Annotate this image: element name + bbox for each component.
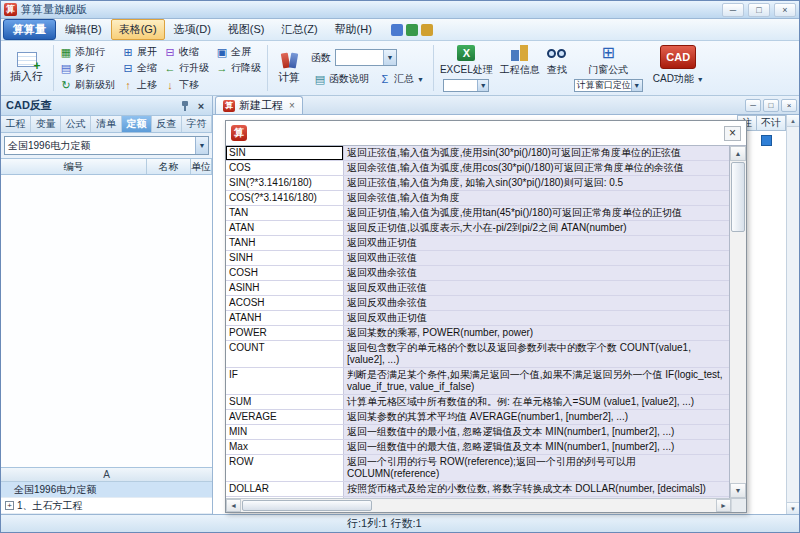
function-row[interactable]: SUM 计算单元格区域中所有数值的和。例: 在单元格输入=SUM (value1…: [226, 395, 729, 410]
function-row[interactable]: SIN 返回正弦值,输入值为弧度,使用sin(30*pi()/180)可返回正常…: [226, 146, 729, 161]
function-name-cell[interactable]: SUM: [226, 395, 344, 409]
function-desc-cell[interactable]: 判断是否满足某个条件,如果满足返回一个值,如果不满足返回另外一个值 IF(log…: [344, 368, 729, 394]
fullscreen-button[interactable]: ▣全屏: [214, 44, 263, 59]
function-desc-cell[interactable]: 返回正弦值,输入值为角度, 如输入sin(30*pi()/180)则可返回: 0…: [344, 176, 729, 190]
expand-node-icon[interactable]: +: [5, 501, 14, 510]
minimize-button[interactable]: ─: [722, 3, 744, 17]
function-row[interactable]: TAN 返回正切值,输入值为弧度,使用tan(45*pi()/180)可返回正常…: [226, 206, 729, 221]
function-help-button[interactable]: ▤函数说明: [311, 71, 372, 87]
function-name-cell[interactable]: MIN: [226, 425, 344, 439]
tab-new-project[interactable]: 算 新建工程 ×: [215, 96, 303, 114]
panel-close-icon[interactable]: ×: [195, 100, 207, 112]
child-minimize-button[interactable]: ─: [745, 99, 761, 112]
menu-item[interactable]: 选项(D): [166, 19, 219, 40]
panel-tab[interactable]: 定额: [122, 116, 152, 132]
excel-options-dropdown[interactable]: ▼: [443, 79, 489, 92]
function-row[interactable]: ATANH 返回反双曲正切值: [226, 311, 729, 326]
function-name-cell[interactable]: TANH: [226, 236, 344, 250]
app-menu-button[interactable]: 算算量: [3, 19, 56, 40]
refresh-level-button[interactable]: ↻刷新级别: [58, 77, 117, 92]
function-row[interactable]: COS 返回余弦值,输入值为弧度,使用cos(30*pi()/180)可返回正常…: [226, 161, 729, 176]
function-row[interactable]: SIN(?*3.1416/180) 返回正弦值,输入值为角度, 如输入sin(3…: [226, 176, 729, 191]
scrollbar-track[interactable]: [730, 233, 746, 483]
function-desc-cell[interactable]: 返回一组数值中的最小值, 忽略逻辑值及文本 MIN(number1, [numb…: [344, 425, 729, 439]
move-down-button[interactable]: ↓下移: [162, 77, 211, 92]
dialog-horizontal-scrollbar[interactable]: ◄ ►: [226, 498, 746, 512]
quota-select[interactable]: 全国1996电力定额 ▼: [4, 136, 209, 155]
function-desc-cell[interactable]: 返回双曲余弦值: [344, 266, 729, 280]
function-row[interactable]: Max 返回一组数值中的最大值, 忽略逻辑值及文本 MIN(number1, […: [226, 440, 729, 455]
column-header[interactable]: 单位: [191, 159, 212, 174]
panel-tab[interactable]: 清单: [91, 116, 121, 132]
function-name-cell[interactable]: SIN(?*3.1416/180): [226, 176, 344, 190]
function-name-cell[interactable]: TAN: [226, 206, 344, 220]
function-desc-cell[interactable]: 返回双曲正切值: [344, 236, 729, 250]
scroll-right-icon[interactable]: ►: [716, 499, 731, 512]
quick-icon-3[interactable]: [421, 24, 433, 36]
function-desc-cell[interactable]: 按照货币格式及给定的小数位数, 将数字转换成文本 DOLLAR(number, …: [344, 482, 729, 496]
function-row[interactable]: POWER 返回某数的乘幂, POWER(number, power): [226, 326, 729, 341]
function-desc-cell[interactable]: 返回一个引用的行号 ROW(reference);返回一个引用的列号可以用 CO…: [344, 455, 729, 481]
function-row[interactable]: AVERAGE 返回某参数的其算术平均值 AVERAGE(number1, [n…: [226, 410, 729, 425]
function-desc-cell[interactable]: 返回包含数字的单元格的个数以及返回参数列表中的数字个数 COUNT(value1…: [344, 341, 729, 367]
calc-window-position-dropdown[interactable]: 计算窗口定位▼: [574, 79, 643, 92]
function-row[interactable]: MIN 返回一组数值中的最小值, 忽略逻辑值及文本 MIN(number1, […: [226, 425, 729, 440]
cad-button[interactable]: CAD: [660, 45, 696, 69]
panel-tab[interactable]: 工程: [1, 116, 31, 132]
function-name-cell[interactable]: COUNT: [226, 341, 344, 367]
tree-item-quota-root[interactable]: 全国1996电力定额: [1, 482, 212, 498]
scroll-left-icon[interactable]: ◄: [226, 499, 241, 512]
row-upgrade-button[interactable]: ←行升级: [162, 61, 211, 76]
function-name-cell[interactable]: ROW: [226, 455, 344, 481]
function-row[interactable]: COS(?*3.1416/180) 返回余弦值,输入值为角度: [226, 191, 729, 206]
function-desc-cell[interactable]: 返回余弦值,输入值为角度: [344, 191, 729, 205]
panel-tab[interactable]: 公式: [61, 116, 91, 132]
function-desc-cell[interactable]: 返回一组数值中的最大值, 忽略逻辑值及文本 MIN(number1, [numb…: [344, 440, 729, 454]
function-name-cell[interactable]: POWER: [226, 326, 344, 340]
find-button[interactable]: 查找: [547, 63, 567, 77]
function-name-cell[interactable]: COS(?*3.1416/180): [226, 191, 344, 205]
close-button[interactable]: ×: [774, 3, 796, 17]
scroll-down-icon[interactable]: ▼: [787, 502, 799, 514]
tab-close-icon[interactable]: ×: [289, 100, 295, 111]
summary-button[interactable]: Σ汇总▼: [376, 71, 427, 87]
function-desc-cell[interactable]: 返回反正切值,以弧度表示,大小在-pi/2到pi/2之间 ATAN(number…: [344, 221, 729, 235]
dialog-close-button[interactable]: ×: [724, 126, 741, 141]
door-window-formula-button[interactable]: 门窗公式: [588, 63, 628, 77]
function-row[interactable]: TANH 返回双曲正切值: [226, 236, 729, 251]
menu-item[interactable]: 表格(G): [111, 19, 165, 40]
child-close-button[interactable]: ×: [781, 99, 797, 112]
function-name-cell[interactable]: SINH: [226, 251, 344, 265]
function-row[interactable]: ASINH 返回反双曲正弦值: [226, 281, 729, 296]
panel-tab[interactable]: 反查: [152, 116, 182, 132]
function-name-cell[interactable]: Max: [226, 440, 344, 454]
function-row[interactable]: ATAN 返回反正切值,以弧度表示,大小在-pi/2到pi/2之间 ATAN(n…: [226, 221, 729, 236]
function-name-cell[interactable]: SIN: [226, 146, 344, 160]
project-info-button[interactable]: 工程信息: [500, 63, 540, 77]
function-row[interactable]: COUNT 返回包含数字的单元格的个数以及返回参数列表中的数字个数 COUNT(…: [226, 341, 729, 368]
quota-table-body[interactable]: [1, 175, 212, 467]
scrollbar-track[interactable]: [373, 499, 716, 512]
function-row[interactable]: ROW 返回一个引用的行号 ROW(reference);返回一个引用的列号可以…: [226, 455, 729, 482]
function-desc-cell[interactable]: 返回某数的乘幂, POWER(number, power): [344, 326, 729, 340]
function-row[interactable]: COSH 返回双曲余弦值: [226, 266, 729, 281]
function-desc-cell[interactable]: 返回正切值,输入值为弧度,使用tan(45*pi()/180)可返回正常角度单位…: [344, 206, 729, 220]
move-up-button[interactable]: ↑上移: [120, 77, 159, 92]
function-name-cell[interactable]: IF: [226, 368, 344, 394]
function-name-cell[interactable]: COSH: [226, 266, 344, 280]
function-name-cell[interactable]: ACOSH: [226, 296, 344, 310]
scroll-down-icon[interactable]: ▼: [730, 483, 746, 498]
scrollbar-thumb[interactable]: [242, 500, 372, 511]
menu-item[interactable]: 视图(S): [220, 19, 273, 40]
function-name-cell[interactable]: COS: [226, 161, 344, 175]
menu-item[interactable]: 汇总(Z): [274, 19, 326, 40]
expand-button[interactable]: ⊞展开: [120, 44, 159, 59]
function-desc-cell[interactable]: 返回某参数的其算术平均值 AVERAGE(number1, [number2],…: [344, 410, 729, 424]
chevron-down-icon[interactable]: ▼: [383, 50, 396, 65]
function-desc-cell[interactable]: 返回反双曲正切值: [344, 311, 729, 325]
insert-row-button[interactable]: + 插入行: [4, 43, 49, 93]
function-desc-cell[interactable]: 计算单元格区域中所有数值的和。例: 在单元格输入=SUM (value1, [v…: [344, 395, 729, 409]
function-desc-cell[interactable]: 返回双曲正弦值: [344, 251, 729, 265]
chevron-down-icon[interactable]: ▼: [195, 137, 208, 154]
function-name-cell[interactable]: DOLLAR: [226, 482, 344, 496]
